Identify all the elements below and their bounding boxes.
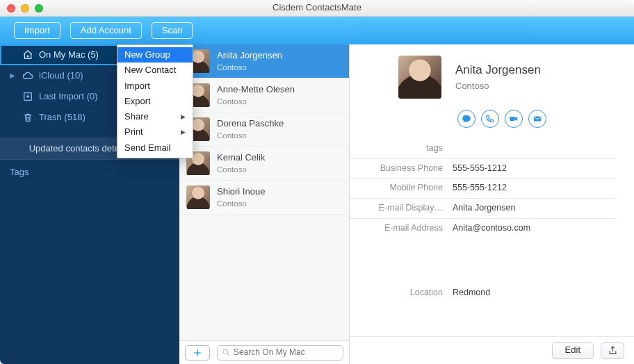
submenu-icon: ▶: [181, 129, 186, 136]
contacts-list-footer: [179, 340, 349, 364]
ctx-export[interactable]: Export: [117, 94, 193, 109]
content-panes: On My Mac (5) ▶ iCloud (10) Last Import …: [0, 44, 634, 364]
detail-value: Anita Jorgensen: [453, 203, 515, 214]
contact-org: Contoso: [217, 63, 282, 72]
contact-row[interactable]: Anita Jorgensen Contoso: [179, 44, 349, 78]
sources-sidebar: On My Mac (5) ▶ iCloud (10) Last Import …: [0, 44, 179, 364]
ctx-new-contact[interactable]: New Contact: [117, 63, 193, 78]
detail-row: E-mail AddressAnita@contoso.com: [350, 218, 616, 238]
contact-row[interactable]: Dorena Paschke Contoso: [179, 113, 349, 147]
video-icon: [509, 114, 519, 124]
ctx-send-email[interactable]: Send Email: [117, 140, 193, 156]
contacts-list-pane: Anita Jorgensen Contoso Anne-Mette Olese…: [179, 44, 350, 364]
ctx-print[interactable]: Print▶: [117, 124, 193, 140]
scan-button[interactable]: Scan: [152, 22, 193, 39]
contact-org: Contoso: [217, 97, 295, 106]
window-zoom-button[interactable]: [35, 4, 43, 13]
detail-name: Anita Jorgensen: [455, 63, 541, 77]
detail-row: Mobile Phone555-555-1212: [350, 178, 616, 198]
contact-name: Kemal Celik: [217, 152, 265, 163]
tags-header: Tags: [0, 160, 179, 182]
contact-name: Shiori Inoue: [217, 186, 265, 197]
ctx-share[interactable]: Share▶: [117, 109, 193, 124]
detail-label: Location: [350, 288, 453, 299]
detail-value: 555-555-1212: [453, 163, 507, 174]
window-minimize-button[interactable]: [21, 4, 29, 13]
message-icon: [462, 114, 471, 124]
svg-rect-5: [533, 117, 541, 122]
detail-org: Contoso: [455, 81, 541, 92]
search-field[interactable]: [217, 345, 343, 361]
share-button[interactable]: [601, 342, 624, 359]
detail-row: LocationRedmond: [350, 283, 616, 303]
trash-icon: [22, 112, 33, 123]
detail-label: Business Phone: [350, 163, 453, 174]
mail-icon: [533, 114, 542, 124]
detail-row: tags: [350, 139, 616, 158]
sidebar-item-label: iCloud (10): [39, 70, 83, 81]
detail-row: E-mail Display…Anita Jorgensen: [350, 198, 616, 218]
detail-label: tags: [350, 143, 453, 154]
contacts-list: Anita Jorgensen Contoso Anne-Mette Olese…: [179, 44, 349, 340]
contact-org: Contoso: [217, 199, 265, 208]
window-close-button[interactable]: [7, 4, 15, 13]
contact-name: Anne-Mette Olesen: [217, 84, 295, 95]
sidebar-item-label: Trash (518): [39, 112, 86, 123]
disclosure-icon[interactable]: ▶: [10, 72, 17, 81]
contact-org: Contoso: [217, 165, 265, 174]
contact-detail-pane: Anita Jorgensen Contoso tags Business Ph…: [350, 44, 634, 364]
ctx-new-group[interactable]: New Group: [117, 47, 193, 63]
submenu-icon: ▶: [181, 113, 186, 121]
contact-row[interactable]: Shiori Inoue Contoso: [179, 181, 349, 215]
import-button[interactable]: Import: [14, 22, 60, 39]
add-contact-button[interactable]: [185, 345, 210, 361]
contact-name: Dorena Paschke: [217, 118, 284, 129]
contact-name: Anita Jorgensen: [217, 50, 282, 61]
contact-org: Contoso: [217, 131, 284, 140]
detail-rows: tags Business Phone555-555-1212 Mobile P…: [350, 139, 616, 238]
detail-value: Anita@contoso.com: [453, 223, 530, 234]
window-title: Cisdem ContactsMate: [273, 2, 361, 13]
window-traffic-lights: [7, 4, 43, 13]
avatar: [186, 185, 210, 209]
cloud-icon: [22, 70, 33, 81]
ctx-import[interactable]: Import: [117, 78, 193, 94]
detail-label: E-mail Address: [350, 223, 453, 234]
detail-value: Redmond: [453, 288, 490, 299]
detail-header: Anita Jorgensen Contoso: [350, 56, 616, 132]
import-icon: [22, 91, 33, 102]
detail-avatar: [398, 56, 441, 99]
window-titlebar: Cisdem ContactsMate: [0, 0, 634, 17]
sidebar-item-label: On My Mac (5): [39, 49, 99, 60]
message-button[interactable]: [457, 110, 476, 128]
main-toolbar: Import Add Account Scan: [0, 17, 634, 44]
contact-row[interactable]: Anne-Mette Olesen Contoso: [179, 78, 349, 113]
sidebar-item-label: Last Import (0): [39, 91, 98, 102]
home-icon: [22, 49, 33, 60]
contact-row[interactable]: Kemal Celik Contoso: [179, 147, 349, 181]
detail-rows-2: LocationRedmond: [350, 283, 616, 303]
search-input[interactable]: [234, 347, 339, 358]
email-button[interactable]: [528, 110, 546, 128]
svg-point-0: [27, 56, 29, 57]
svg-rect-4: [510, 117, 515, 121]
plus-icon: [192, 347, 203, 358]
search-icon: [222, 348, 231, 357]
video-button[interactable]: [505, 110, 523, 128]
call-button[interactable]: [481, 110, 499, 128]
add-account-button[interactable]: Add Account: [70, 22, 142, 39]
context-menu: New Group New Contact Import Export Shar…: [117, 44, 193, 158]
detail-row: Business Phone555-555-1212: [350, 158, 616, 179]
svg-point-3: [223, 349, 228, 354]
share-icon: [608, 345, 618, 356]
phone-icon: [485, 114, 495, 124]
detail-footer: Edit: [350, 336, 634, 364]
detail-label: Mobile Phone: [350, 183, 453, 194]
detail-label: E-mail Display…: [350, 203, 453, 214]
edit-button[interactable]: Edit: [552, 342, 594, 359]
detail-value: 555-555-1212: [453, 183, 507, 194]
